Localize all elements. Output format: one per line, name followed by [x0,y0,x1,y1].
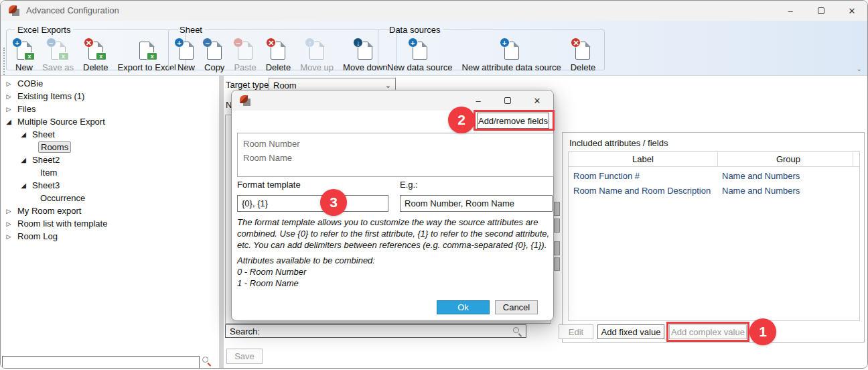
save-button[interactable]: Save [226,349,263,364]
tree-item-sheet[interactable]: ◢Sheet [19,128,57,141]
title-bar: Advanced Configuration – ✕ [1,1,867,21]
copy-sheet-button[interactable]: – Copy [201,40,228,74]
table-row[interactable]: Room Name and Room Description Name and … [569,183,859,198]
move-down-document-icon: ↓ [358,42,372,60]
included-attributes-title: Included attributes / fields [569,138,668,148]
new-excel-export-button[interactable]: +x New [12,40,36,74]
edit-button[interactable]: Edit [559,324,593,339]
toolbar-group-excel-exports: Excel Exports +x New –x Save as ✕x Delet… [6,25,186,70]
column-header-label[interactable]: Label [569,154,717,164]
tree-item-label-selected: Rooms [38,141,71,153]
attribute-available-item: 1 - Room Name [237,278,299,289]
table-row[interactable]: Room Function # Name and Numbers [569,168,859,183]
tree-item-my-room-export[interactable]: ▷My Room export [5,204,83,217]
move-up-button[interactable]: ↑ Move up [297,40,337,74]
group-label: Sheet [177,25,205,35]
hidden-button-edge[interactable] [554,241,560,255]
save-as-document-icon: –x [51,42,66,60]
chevron-right-icon[interactable]: ▷ [5,93,13,100]
delete-document-icon: ✕ [575,42,590,60]
paste-sheet-button[interactable]: – Paste [230,40,259,74]
paste-document-icon: – [238,42,252,60]
move-up-document-icon: ↑ [309,42,324,60]
tree-item-sheet2[interactable]: ◢Sheet2 [19,153,62,166]
chevron-right-icon[interactable]: ▷ [5,233,13,240]
tree-item-cobie[interactable]: ▷COBie [5,77,45,90]
tree-item-label: Files [15,104,38,114]
tree-item-label: Room Log [15,231,60,241]
dialog-maximize-button[interactable] [493,90,522,111]
tree-item-sheet3[interactable]: ◢Sheet3 [19,179,62,192]
dialog-close-button[interactable]: ✕ [522,90,552,111]
field-item[interactable]: Room Number [243,137,548,151]
tree-item-multiple-source-export[interactable]: ◢Multiple Source Export [5,115,107,128]
chevron-expanded-icon[interactable]: ◢ [5,118,13,125]
format-template-input[interactable]: {0}, {1} [237,195,388,212]
app-logo-icon [240,95,250,106]
delete-document-icon: ✕ [271,42,285,60]
chevron-expanded-icon[interactable]: ◢ [19,156,27,164]
delete-data-source-button[interactable]: ✕ Delete [567,40,599,74]
add-fixed-value-button[interactable]: Add fixed value [597,324,664,339]
cell-label: Room Name and Room Description [573,186,711,196]
new-data-source-button[interactable]: + New data source [384,40,456,74]
search-icon[interactable] [202,357,211,365]
new-document-excel-icon: +x [17,42,31,60]
column-header-group[interactable]: Group [717,154,859,164]
annotation-circle-3: 3 [320,189,347,216]
column-divider [853,152,853,167]
fields-listbox[interactable]: Room Number Room Name [237,133,554,177]
new-sheet-button[interactable]: + New [174,40,198,74]
tree-search-input[interactable] [2,356,200,369]
toolbar-group-sheet: Sheet + New – Copy – Paste ✕ Delete ↑ Mo… [168,25,397,70]
table-header-row: Label Group [569,152,859,167]
tree-item-label: Sheet [30,129,57,139]
tree-item-existing-items[interactable]: ▷Existing Items (1) [5,90,86,103]
annotation-box-add-remove-fields [474,110,555,131]
chevron-right-icon[interactable]: ▷ [5,221,13,227]
tree-item-room-list-with-template[interactable]: ▷Room list with template [5,217,109,230]
close-button[interactable]: ✕ [837,1,867,21]
chevron-down-icon: ⌄ [385,81,391,90]
hidden-button-edge[interactable] [554,257,560,271]
example-input[interactable]: Room Number, Room Name [400,195,553,212]
minimize-button[interactable]: – [775,1,806,21]
delete-sheet-button[interactable]: ✕ Delete [263,40,295,74]
save-as-button[interactable]: –x Save as [39,40,77,74]
tree-item-item[interactable]: Item [38,166,59,179]
tree-item-files[interactable]: ▷Files [5,103,38,115]
search-label: Search: [230,326,260,336]
new-document-icon: + [413,42,427,60]
chevron-right-icon[interactable]: ▷ [5,106,13,113]
cancel-button[interactable]: Cancel [495,300,538,314]
tree-item-label: Sheet3 [30,180,62,190]
maximize-icon [818,7,824,14]
delete-excel-export-button[interactable]: ✕x Delete [80,40,112,74]
chevron-expanded-icon[interactable]: ◢ [19,182,27,189]
maximize-button[interactable] [806,1,837,21]
chevron-right-icon[interactable]: ▷ [5,208,13,214]
tree-item-rooms[interactable]: Rooms [38,141,71,153]
ribbon-collapse-icon[interactable]: ⌄ [857,65,862,72]
new-attribute-data-source-button[interactable]: + New attribute data source [459,40,565,74]
hidden-button-edge[interactable] [554,202,560,216]
hidden-button-edge[interactable] [554,219,560,233]
tree-item-label: Existing Items (1) [15,91,86,101]
tree-item-label: Multiple Source Export [15,117,107,127]
example-label: E.g.: [400,180,418,190]
dialog-title-bar: – ✕ [232,90,553,111]
panel-splitter[interactable] [219,76,224,369]
field-item[interactable]: Room Name [243,151,548,165]
new-document-icon: + [179,42,194,60]
ok-button[interactable]: Ok [437,300,490,314]
tree-item-room-log[interactable]: ▷Room Log [5,230,60,243]
chevron-expanded-icon[interactable]: ◢ [19,131,27,138]
delete-document-excel-icon: ✕x [88,42,103,60]
cell-group: Name and Numbers [722,171,800,181]
chevron-right-icon[interactable]: ▷ [5,80,13,87]
attributes-available-heading: Attributes available to be combined: [237,255,375,266]
tree-item-occurrence[interactable]: Occurrence [38,192,87,204]
attribute-search-input[interactable]: Search: [225,324,526,338]
attribute-available-item: 0 - Room Number [237,266,306,278]
format-help-text: The format template allows you to custom… [237,217,555,251]
